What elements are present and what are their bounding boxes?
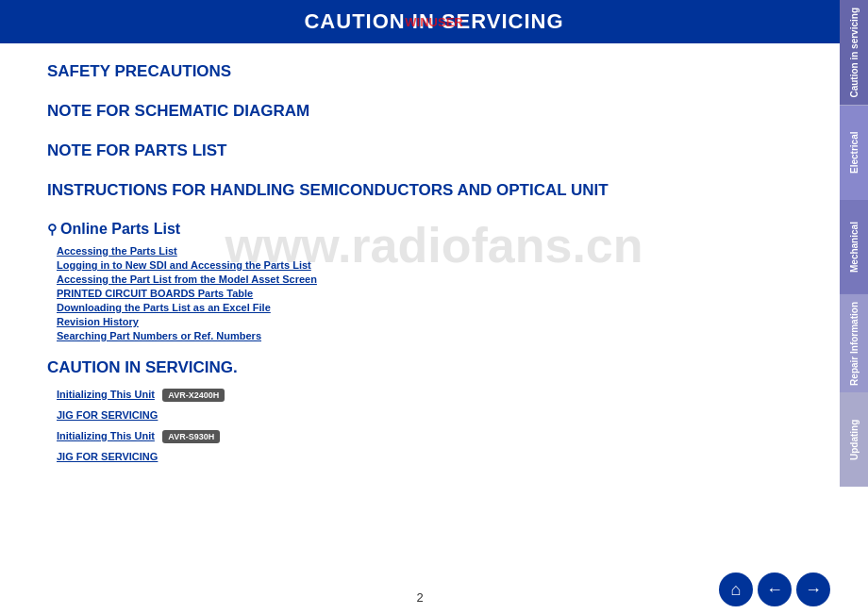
sidebar-item-updating[interactable]: Updating (840, 392, 868, 487)
page-number: 2 (416, 590, 423, 605)
sidebar-item-electrical[interactable]: Electrical (840, 106, 868, 200)
footer: 2 (0, 590, 840, 605)
nav-buttons: ⌂ ← → (719, 573, 830, 606)
sub-link-part-list-model[interactable]: Accessing the Part List from the Model A… (57, 274, 793, 285)
online-parts-list-heading: ⚲ Online Parts List (47, 221, 793, 238)
sub-link-download-excel[interactable]: Downloading the Parts List as an Excel F… (57, 302, 793, 313)
initializing-link-2[interactable]: Initializing This Unit (57, 430, 155, 441)
caution-item-4: JIG FOR SERVICING (57, 447, 793, 464)
safety-precautions-link[interactable]: SAFETY PRECAUTIONS (47, 62, 793, 81)
parts-list-icon: ⚲ (47, 222, 57, 237)
sidebar-tabs: Caution in servicing Electrical Mechanic… (840, 0, 868, 614)
main-content: SAFETY PRECAUTIONS NOTE FOR SCHEMATIC DI… (0, 43, 840, 487)
page-header: CAUTION IN SERVICING WINUSER (0, 0, 868, 43)
sub-links-container: Accessing the Parts List Logging in to N… (57, 245, 793, 341)
sidebar-item-repair[interactable]: Repair Information (840, 294, 868, 393)
sub-link-revision-history[interactable]: Revision History (57, 316, 793, 327)
sidebar-item-mechanical[interactable]: Mechanical (840, 200, 868, 294)
caution-items-container: Initializing This Unit AVR-X2400H JIG FO… (57, 385, 793, 464)
badge-avr-s930h: AVR-S930H (162, 430, 220, 443)
home-button[interactable]: ⌂ (719, 573, 753, 606)
header-title: CAUTION IN SERVICING (304, 9, 563, 33)
caution-item-2: JIG FOR SERVICING (57, 406, 793, 423)
forward-button[interactable]: → (796, 573, 830, 606)
initializing-link-1[interactable]: Initializing This Unit (57, 389, 155, 400)
back-button[interactable]: ← (758, 573, 792, 606)
badge-avr-x2400h: AVR-X2400H (162, 389, 225, 402)
sub-link-search-part-numbers[interactable]: Searching Part Numbers or Ref. Numbers (57, 330, 793, 341)
jig-for-servicing-link-2[interactable]: JIG FOR SERVICING (57, 451, 158, 462)
caution-item-3: Initializing This Unit AVR-S930H (57, 426, 793, 443)
instructions-semiconductors-link[interactable]: INSTRUCTIONS FOR HANDLING SEMICONDUCTORS… (47, 181, 793, 200)
online-parts-list-link[interactable]: Online Parts List (60, 221, 180, 238)
sidebar-item-caution[interactable]: Caution in servicing (840, 0, 868, 106)
note-parts-list-link[interactable]: NOTE FOR PARTS LIST (47, 141, 793, 160)
jig-for-servicing-link-1[interactable]: JIG FOR SERVICING (57, 409, 158, 421)
sub-link-pcb-table[interactable]: PRINTED CIRCUIT BOARDS Parts Table (57, 288, 793, 299)
sub-link-accessing[interactable]: Accessing the Parts List (57, 245, 793, 257)
caution-item-1: Initializing This Unit AVR-X2400H (57, 385, 793, 402)
note-schematic-link[interactable]: NOTE FOR SCHEMATIC DIAGRAM (47, 102, 793, 121)
sub-link-logging[interactable]: Logging in to New SDI and Accessing the … (57, 259, 793, 271)
caution-section-heading: CAUTION IN SERVICING. (47, 358, 793, 377)
